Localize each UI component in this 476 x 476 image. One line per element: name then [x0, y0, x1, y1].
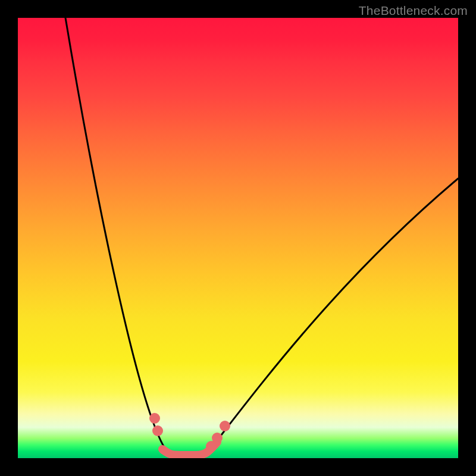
dot-left-lower: [152, 425, 163, 436]
plot-area: [18, 18, 458, 458]
chart-svg: [18, 18, 458, 458]
dot-right-mid: [212, 433, 223, 443]
dot-left-upper: [149, 413, 160, 424]
curve-right-curve: [196, 178, 458, 455]
dot-right-upper: [220, 421, 230, 431]
chart-frame: TheBottleneck.com: [0, 0, 476, 476]
curve-left-curve: [65, 18, 196, 455]
watermark-text: TheBottleneck.com: [359, 4, 468, 18]
